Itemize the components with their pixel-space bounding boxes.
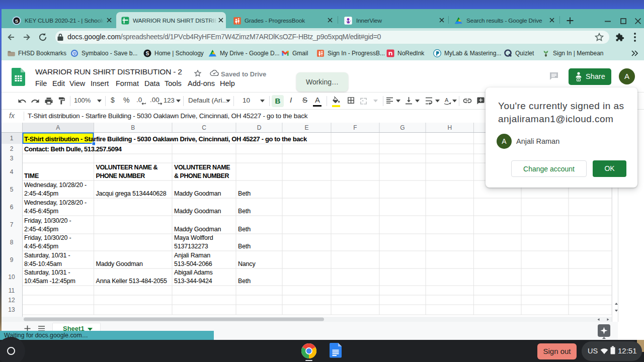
svg-text:8: 8 bbox=[10, 239, 14, 246]
svg-text:513-344-9424: 513-344-9424 bbox=[174, 278, 212, 285]
svg-text:C: C bbox=[202, 124, 206, 131]
svg-text:5137132273: 5137132273 bbox=[174, 243, 208, 250]
svg-text:Beth: Beth bbox=[238, 190, 251, 197]
svg-text:4: 4 bbox=[10, 168, 14, 175]
svg-text:Anjali Raman: Anjali Raman bbox=[174, 252, 210, 259]
svg-text:Contact: Beth Dulle, 513.257.5: Contact: Beth Dulle, 513.257.5094 bbox=[24, 145, 122, 153]
svg-text:Wednesday, 10/28/20 -: Wednesday, 10/28/20 - bbox=[24, 199, 87, 206]
svg-text:10:45am -12:45pm: 10:45am -12:45pm bbox=[24, 278, 75, 285]
svg-text:9: 9 bbox=[10, 256, 14, 263]
svg-text:Maddy Goodman: Maddy Goodman bbox=[96, 260, 143, 267]
svg-text:8:45-10:45am: 8:45-10:45am bbox=[24, 260, 62, 267]
svg-text:Wednesday, 10/28/20 -: Wednesday, 10/28/20 - bbox=[24, 182, 87, 189]
svg-text:S: S bbox=[146, 51, 149, 56]
svg-text:Maddy Goodman: Maddy Goodman bbox=[174, 208, 221, 215]
svg-text:13: 13 bbox=[8, 306, 15, 313]
svg-text:A: A bbox=[445, 97, 449, 103]
svg-text:B: B bbox=[131, 124, 135, 131]
svg-text:1: 1 bbox=[10, 135, 14, 142]
svg-text:Abigail Adams: Abigail Adams bbox=[174, 269, 213, 276]
svg-text:Anna Keller 513-484-2055: Anna Keller 513-484-2055 bbox=[96, 278, 167, 285]
svg-text:S: S bbox=[15, 18, 19, 24]
svg-text:F: F bbox=[353, 124, 357, 131]
svg-text:Saturday, 10/31 -: Saturday, 10/31 - bbox=[24, 252, 70, 259]
svg-text:Jacqui grega 5134440628: Jacqui grega 5134440628 bbox=[96, 190, 167, 197]
svg-text:PHONE NUMBER: PHONE NUMBER bbox=[96, 172, 145, 179]
svg-text:Saturday, 10/31 -: Saturday, 10/31 - bbox=[24, 269, 70, 276]
svg-text:VOLUNTEER NAME &: VOLUNTEER NAME & bbox=[96, 164, 158, 171]
svg-text:Nancy: Nancy bbox=[238, 260, 256, 267]
svg-text:VOLUNTEER NAME: VOLUNTEER NAME bbox=[174, 164, 230, 171]
svg-text:11: 11 bbox=[9, 287, 15, 294]
svg-text:4:45-6:45pm: 4:45-6:45pm bbox=[24, 243, 58, 250]
svg-text:4:45-6:45pm: 4:45-6:45pm bbox=[24, 208, 58, 215]
svg-text:E: E bbox=[304, 124, 308, 131]
svg-text:G: G bbox=[400, 124, 405, 131]
svg-text:12: 12 bbox=[8, 297, 15, 304]
svg-text:5: 5 bbox=[10, 186, 14, 193]
svg-text:Maddy Goodman: Maddy Goodman bbox=[174, 226, 221, 233]
svg-text:2:45-4:45pm: 2:45-4:45pm bbox=[24, 226, 58, 233]
svg-text:& PHONE NUMBER: & PHONE NUMBER bbox=[174, 172, 229, 179]
svg-text:TIME: TIME bbox=[24, 172, 39, 179]
svg-text:7: 7 bbox=[10, 221, 14, 228]
svg-text:Beth: Beth bbox=[238, 243, 251, 250]
svg-text:A: A bbox=[56, 124, 60, 131]
svg-text:10: 10 bbox=[8, 274, 15, 281]
svg-text:Friday, 10/30/20 -: Friday, 10/30/20 - bbox=[24, 217, 71, 224]
svg-text:513-504-2066: 513-504-2066 bbox=[174, 260, 212, 267]
svg-text:T-Shirt distribution - Starfir: T-Shirt distribution - Starfire Building… bbox=[24, 135, 307, 143]
svg-text:H: H bbox=[447, 124, 452, 131]
svg-text:Maddy Goodman: Maddy Goodman bbox=[174, 190, 221, 197]
svg-text:2:45-4:45pm: 2:45-4:45pm bbox=[24, 190, 58, 197]
svg-text:Beth: Beth bbox=[238, 208, 251, 215]
svg-text:D: D bbox=[257, 124, 262, 131]
svg-text:Friday, 10/30/20 -: Friday, 10/30/20 - bbox=[24, 234, 71, 241]
svg-text:2: 2 bbox=[10, 145, 14, 152]
svg-text:Beth: Beth bbox=[238, 226, 251, 233]
svg-text:Maya Wolfford: Maya Wolfford bbox=[174, 234, 213, 241]
svg-text:Beth: Beth bbox=[238, 278, 251, 285]
svg-text:3: 3 bbox=[10, 155, 14, 162]
svg-text:6: 6 bbox=[10, 204, 14, 211]
